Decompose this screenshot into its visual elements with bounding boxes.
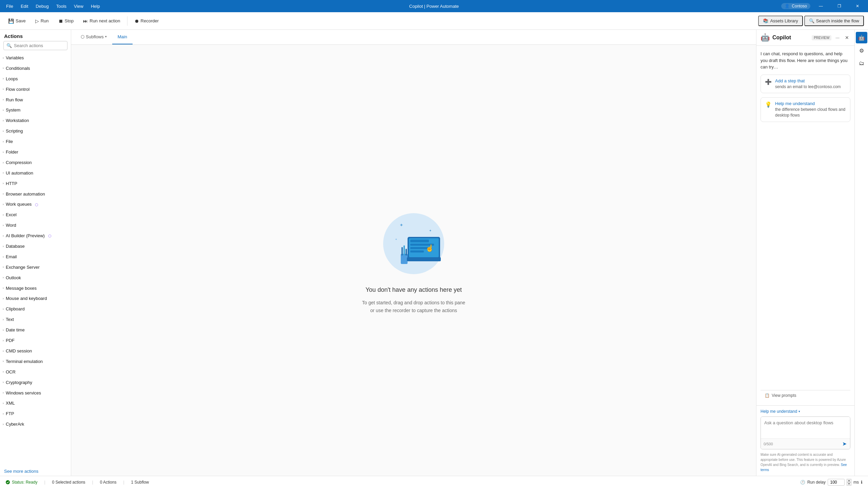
- run-delay-spinner[interactable]: ▲ ▼: [847, 479, 851, 486]
- action-item-folder[interactable]: ›Folder: [0, 147, 71, 158]
- action-label: System: [6, 107, 20, 113]
- action-item-mouse-and-keyboard[interactable]: ›Mouse and keyboard: [0, 293, 71, 304]
- search-actions-box[interactable]: 🔍: [3, 41, 67, 50]
- copilot-header: 🤖 Copilot PREVIEW ··· ✕: [756, 30, 854, 46]
- save-button[interactable]: 💾 Save: [4, 16, 30, 26]
- run-button[interactable]: ▷ Run: [31, 16, 53, 26]
- copilot-more-options-button[interactable]: ···: [834, 34, 841, 42]
- assets-library-button[interactable]: 📚 Assets Library: [758, 16, 803, 26]
- close-button[interactable]: ✕: [850, 0, 865, 12]
- menu-view[interactable]: View: [71, 2, 87, 10]
- svg-text:✦: ✦: [429, 229, 432, 232]
- menu-debug[interactable]: Debug: [32, 2, 52, 10]
- action-item-message-boxes[interactable]: ›Message boxes: [0, 283, 71, 294]
- menu-bar: File Edit Debug Tools View Help: [3, 2, 103, 10]
- action-item-file[interactable]: ›File: [0, 137, 71, 147]
- window-controls: 👤 Contoso — ❐ ✕: [781, 0, 865, 12]
- minimize-button[interactable]: —: [813, 0, 829, 12]
- action-item-word[interactable]: ›Word: [0, 220, 71, 231]
- action-label: Excel: [6, 212, 17, 218]
- run-next-button[interactable]: ⏭ Run next action: [79, 16, 124, 26]
- action-item-ui-automation[interactable]: ›UI automation: [0, 168, 71, 179]
- action-item-cyberark[interactable]: ›CyberArk: [0, 419, 71, 430]
- action-label: Variables: [6, 55, 24, 61]
- action-item-variables[interactable]: ›Variables: [0, 53, 71, 63]
- action-item-http[interactable]: ›HTTP: [0, 179, 71, 189]
- action-item-clipboard[interactable]: ›Clipboard: [0, 304, 71, 314]
- action-item-scripting[interactable]: ›Scripting: [0, 126, 71, 137]
- stop-button[interactable]: ⏹ Stop: [54, 16, 78, 26]
- action-item-compression[interactable]: ›Compression: [0, 158, 71, 168]
- action-item-email[interactable]: ›Email: [0, 252, 71, 262]
- action-item-database[interactable]: ›Database: [0, 241, 71, 252]
- run-delay-down-button[interactable]: ▼: [847, 482, 851, 486]
- action-item-ocr[interactable]: ›OCR: [0, 367, 71, 378]
- action-item-flow-control[interactable]: ›Flow control: [0, 84, 71, 95]
- suggestion-1-desc: sends an email to lee@contoso.com: [775, 84, 841, 90]
- suggestion-add-icon: ➕: [765, 79, 772, 85]
- copilot-suggestion-1[interactable]: ➕ Add a step that sends an email to lee@…: [761, 75, 850, 94]
- stop-label: Stop: [65, 18, 74, 23]
- action-item-pdf[interactable]: ›PDF: [0, 336, 71, 346]
- action-item-run-flow[interactable]: ›Run flow: [0, 95, 71, 105]
- action-item-windows-services[interactable]: ›Windows services: [0, 388, 71, 399]
- copilot-sidebar-button[interactable]: 🤖: [856, 32, 867, 43]
- canvas-empty-state: ✦ ✦ ✦ ✦ ✦: [71, 45, 756, 476]
- user-account[interactable]: 👤 Contoso: [781, 3, 810, 9]
- action-item-cryptography[interactable]: ›Cryptography: [0, 378, 71, 388]
- action-item-workstation[interactable]: ›Workstation: [0, 116, 71, 126]
- action-item-xml[interactable]: ›XML: [0, 398, 71, 409]
- settings-sidebar-button[interactable]: ⚙: [856, 45, 867, 56]
- restore-button[interactable]: ❐: [831, 0, 847, 12]
- action-chevron-icon: ›: [3, 192, 4, 196]
- menu-help[interactable]: Help: [87, 2, 103, 10]
- view-prompts-button[interactable]: 📋 View prompts: [761, 390, 850, 401]
- run-delay-input[interactable]: [828, 479, 845, 486]
- empty-sub-line1: To get started, drag and drop actions to…: [362, 300, 465, 305]
- action-item-outlook[interactable]: ›Outlook: [0, 273, 71, 283]
- action-item-date-time[interactable]: ›Date time: [0, 325, 71, 336]
- menu-file[interactable]: File: [3, 2, 17, 10]
- right-sidebar: 🤖 ⚙ 🗂: [854, 30, 868, 476]
- menu-tools[interactable]: Tools: [53, 2, 70, 10]
- search-actions-input[interactable]: [14, 43, 71, 48]
- copilot-chat-input[interactable]: [761, 417, 850, 437]
- action-item-exchange-server[interactable]: ›Exchange Server: [0, 262, 71, 273]
- action-item-browser-automation[interactable]: ›Browser automation: [0, 189, 71, 200]
- search-inside-icon: 🔍: [809, 18, 814, 23]
- copilot-close-button[interactable]: ✕: [844, 34, 850, 42]
- action-item-text[interactable]: ›Text: [0, 314, 71, 325]
- action-label: Flow control: [6, 87, 29, 93]
- action-item-system[interactable]: ›System: [0, 105, 71, 116]
- action-item-cmd-session[interactable]: ›CMD session: [0, 346, 71, 357]
- menu-edit[interactable]: Edit: [17, 2, 32, 10]
- see-more-actions-link[interactable]: See more actions: [0, 467, 71, 476]
- recorder-label: Recorder: [141, 18, 159, 23]
- action-item-ftp[interactable]: ›FTP: [0, 409, 71, 419]
- action-chevron-icon: ›: [3, 171, 4, 175]
- subflows-tab[interactable]: ⬡ Subflows ▾: [75, 30, 112, 44]
- action-label: Email: [6, 254, 17, 260]
- copilot-input-area: 0/500 ➤: [761, 416, 850, 449]
- ui-elements-sidebar-button[interactable]: 🗂: [856, 58, 867, 69]
- action-item-ai-builder-(preview)[interactable]: ›AI Builder (Preview)⬡: [0, 231, 71, 241]
- search-inside-flow-button[interactable]: 🔍 Search inside the flow: [804, 16, 864, 26]
- action-item-work-queues[interactable]: ›Work queues⬡: [0, 199, 71, 210]
- send-message-button[interactable]: ➤: [842, 440, 847, 448]
- main-area: Actions 🔍 ›Variables›Conditionals›Loops›…: [0, 30, 868, 476]
- suggestion-2-desc: the difference between cloud flows and d…: [775, 107, 846, 118]
- copilot-context-selector[interactable]: Help me understand ▾: [761, 409, 850, 414]
- svg-rect-9: [406, 249, 407, 256]
- run-delay-up-button[interactable]: ▲: [847, 479, 851, 482]
- action-item-terminal-emulation[interactable]: ›Terminal emulation: [0, 357, 71, 367]
- action-item-excel[interactable]: ›Excel: [0, 210, 71, 220]
- action-item-loops[interactable]: ›Loops: [0, 74, 71, 84]
- main-tab[interactable]: Main: [112, 30, 133, 44]
- search-icon: 🔍: [6, 43, 12, 48]
- action-chevron-icon: ›: [3, 307, 4, 311]
- copilot-suggestion-2[interactable]: 💡 Help me understand the difference betw…: [761, 97, 850, 122]
- user-icon: 👤: [785, 4, 790, 8]
- action-chevron-icon: ›: [3, 66, 4, 70]
- action-item-conditionals[interactable]: ›Conditionals: [0, 63, 71, 74]
- recorder-button[interactable]: ⏺ Recorder: [130, 16, 163, 26]
